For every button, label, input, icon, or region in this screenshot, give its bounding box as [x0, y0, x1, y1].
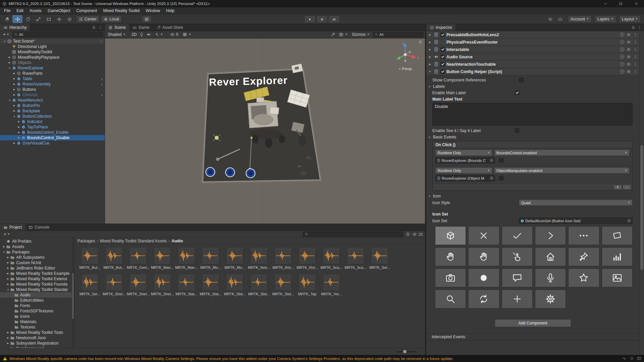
- foldout-arrow-icon[interactable]: [428, 48, 432, 51]
- icon-foldout[interactable]: Icon: [426, 193, 639, 199]
- asset-item[interactable]: MRTK_Slid...: [271, 274, 295, 296]
- event-argument-checkbox[interactable]: [499, 176, 503, 180]
- foldout-arrow-icon[interactable]: [6, 283, 10, 286]
- icon-grid-button[interactable]: [502, 268, 533, 287]
- component-enabled-checkbox[interactable]: [440, 47, 445, 52]
- icon-grid-button[interactable]: [468, 290, 499, 308]
- hierarchy-item[interactable]: Indicator ›: [0, 119, 105, 124]
- component-menu-icon[interactable]: [633, 33, 638, 37]
- scene-options-icon[interactable]: [99, 39, 103, 43]
- hierarchy-item[interactable]: Table ›: [0, 76, 105, 81]
- folder-tree-item[interactable]: Packages: [0, 249, 74, 255]
- maximize-button[interactable]: [613, 0, 629, 7]
- toggle-2d-button[interactable]: 2D: [131, 32, 137, 37]
- play-control-button[interactable]: [328, 15, 340, 23]
- component-enabled-checkbox[interactable]: [440, 62, 445, 66]
- component-enabled-checkbox[interactable]: [440, 55, 445, 59]
- thumbnail-zoom-slider[interactable]: [397, 351, 416, 352]
- see-it-say-it-checkbox[interactable]: [515, 128, 519, 133]
- tool-button[interactable]: [2, 15, 12, 23]
- foldout-arrow-icon[interactable]: [12, 77, 16, 80]
- notifications-icon[interactable]: [630, 356, 634, 361]
- hierarchy-item[interactable]: Directional Light ›: [0, 44, 105, 49]
- hierarchy-item[interactable]: TapToPlace ›: [0, 124, 105, 130]
- asset-item[interactable]: MRTK_Gem...: [126, 247, 150, 269]
- breadcrumb-item[interactable]: Mixed Reality Toolkit Standard Assets›: [100, 239, 170, 243]
- scene-audio-icon[interactable]: [146, 32, 151, 37]
- foldout-arrow-icon[interactable]: [12, 142, 16, 144]
- preset-icon[interactable]: [627, 62, 631, 66]
- foldout-arrow-icon[interactable]: [6, 267, 10, 269]
- folder-tree-item[interactable]: Textures: [0, 324, 74, 330]
- asset-item[interactable]: MRTK_Sel...: [78, 274, 102, 296]
- folder-tree-item[interactable]: JetBrains Rider Editor: [0, 265, 74, 271]
- foldout-arrow-icon[interactable]: [6, 272, 10, 275]
- foldout-arrow-icon[interactable]: [6, 342, 10, 345]
- create-object-button[interactable]: +▼: [1, 32, 11, 37]
- component-enabled-checkbox[interactable]: [440, 33, 445, 37]
- foldout-arrow-icon[interactable]: [6, 331, 10, 334]
- remove-event-button[interactable]: -: [623, 185, 631, 190]
- tab-inspector[interactable]: Inspector: [426, 24, 455, 31]
- asset-item[interactable]: MRTK_Mo...: [223, 247, 247, 269]
- foldout-arrow-icon[interactable]: [12, 115, 16, 118]
- panel-menu-icon[interactable]: [638, 25, 642, 29]
- icon-style-dropdown[interactable]: Quad▼: [519, 199, 633, 206]
- tool-button[interactable]: [12, 15, 22, 23]
- foldout-arrow-icon[interactable]: [17, 131, 21, 134]
- hierarchy-item[interactable]: RoverParts ›: [0, 71, 105, 76]
- layers-dropdown[interactable]: Layers▼: [595, 15, 616, 23]
- icon-grid-button[interactable]: [468, 268, 499, 287]
- hierarchy-item[interactable]: MixedRealityToolkit ›: [0, 49, 105, 55]
- icon-grid-button[interactable]: [435, 247, 466, 266]
- add-component-button[interactable]: Add Component: [495, 319, 571, 327]
- asset-item[interactable]: MRTK_Tap: [295, 274, 319, 296]
- menu-item[interactable]: Help: [163, 7, 177, 14]
- folder-tree-item[interactable]: Mixed Reality Toolkit Example: [0, 271, 74, 276]
- tool-button[interactable]: [23, 15, 33, 23]
- hierarchy-item[interactable]: BoundsControl_Enable ›: [0, 130, 105, 135]
- breadcrumb-item[interactable]: Packages›: [77, 239, 98, 243]
- object-picker-icon[interactable]: [627, 219, 631, 223]
- asset-item[interactable]: MRTK_Shel...: [102, 274, 126, 296]
- open-prefab-arrow[interactable]: ›: [101, 77, 103, 81]
- folder-tree-item[interactable]: AR Subsystems: [0, 255, 74, 260]
- event-function-dropdown[interactable]: ObjectManipulator.enabled▼: [494, 167, 630, 174]
- tool-button[interactable]: [33, 15, 43, 23]
- hidden-objects-toggle[interactable]: 0: [169, 32, 179, 37]
- asset-item[interactable]: MRTK_Sel...: [368, 247, 392, 269]
- asset-item[interactable]: MRTK_Slat...: [174, 274, 199, 296]
- scene-search-input[interactable]: All: [373, 32, 423, 37]
- icon-grid-button[interactable]: [435, 226, 466, 245]
- asset-item[interactable]: MRTK_Sca...: [319, 247, 343, 269]
- preset-icon[interactable]: [627, 40, 631, 44]
- icon-grid-button[interactable]: [435, 268, 466, 287]
- camera-settings-dropdown[interactable]: ▼: [338, 32, 348, 37]
- hierarchy-item[interactable]: RoverAssembly ›: [0, 81, 105, 87]
- foldout-arrow-icon[interactable]: [6, 337, 10, 339]
- event-target-object-field[interactable]: RoverExplorer (Bounds C: [435, 157, 495, 164]
- folder-tree-item[interactable]: Icons: [0, 314, 74, 319]
- hierarchy-item[interactable]: Backplate ›: [0, 108, 105, 114]
- open-prefab-arrow[interactable]: ›: [101, 82, 103, 86]
- grid-settings-dropdown[interactable]: ▼: [181, 32, 192, 37]
- scrollbar-thumb[interactable]: [640, 145, 643, 270]
- open-prefab-arrow[interactable]: ›: [101, 93, 103, 97]
- hierarchy-item[interactable]: GravVisualCue ›: [0, 140, 105, 146]
- folder-tree-item[interactable]: EditorUtilities: [0, 298, 74, 303]
- component-menu-icon[interactable]: [633, 40, 638, 44]
- icon-grid-button[interactable]: [435, 290, 466, 308]
- minimize-button[interactable]: [598, 0, 613, 7]
- hierarchy-item[interactable]: Objects ›: [0, 60, 105, 65]
- orientation-gizmo[interactable]: z x: [390, 41, 420, 67]
- tool-button[interactable]: [64, 15, 74, 23]
- asset-item[interactable]: MRTK_Man...: [174, 247, 199, 269]
- help-icon[interactable]: ?: [620, 40, 624, 44]
- effects-dropdown[interactable]: ▼: [153, 32, 164, 37]
- help-icon[interactable]: ?: [620, 33, 624, 37]
- event-argument-checkbox[interactable]: [499, 158, 503, 163]
- scene-view-tab[interactable]: Game: [129, 24, 153, 31]
- icon-set-object-field[interactable]: DefaultIconSet (Button Icon Set): [519, 218, 633, 224]
- hierarchy-search-input[interactable]: All: [12, 32, 103, 37]
- icon-grid-button[interactable]: [535, 268, 566, 287]
